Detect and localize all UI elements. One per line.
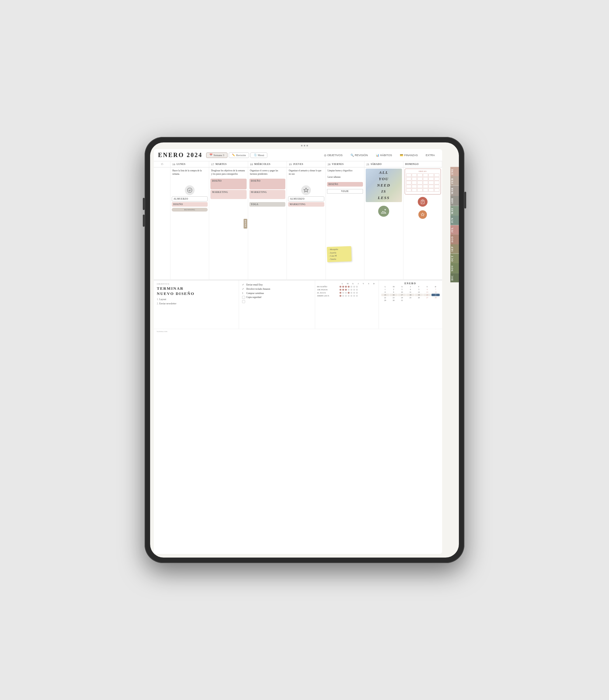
tab-jun[interactable]: JUN [450,216,459,225]
cell [423,181,428,184]
viernes-note: Limpiar horno y frigoríficoLavar sábanas [327,168,363,180]
day-header-viernes: 20 VIERNES [326,161,365,167]
day-col-viernes[interactable]: Limpiar horno y frigoríficoLavar sábanas… [326,167,365,280]
miercoles-note: Organizar el correo y pagar las facturas… [249,168,285,176]
planner-footer: byinma.com [154,329,442,334]
dot [353,286,355,288]
mini-cell-8: 8 [381,291,389,293]
dot [348,292,350,294]
planner-header: ENERO 2024 📅 Semana 3 ✏️ Revisión 🗒️ Men… [154,149,442,161]
mini-cell-21: 21 [432,294,440,296]
domingo-sticker-2 [418,210,427,219]
day-header-lunes: 16 LUNES [171,161,209,167]
jueves-note: Organizar el armario y donar lo que no u… [288,168,324,176]
cell [429,185,434,188]
svg-point-0 [188,188,192,193]
mini-cell-7: 7 [432,288,440,291]
martes-note: Desglosar los objetivos de la semana y l… [210,168,246,176]
nav-finanzas[interactable]: 💳 FINANZAS [397,153,421,158]
objetivo-list: Layout Enviar newsletter [157,297,236,306]
lunes-note: Hacer la lista de la compra de la semana… [172,168,208,176]
viernes-sticky: - Mezquita - Joyería - Casa M - Tetería [327,246,352,262]
day-col-martes[interactable]: Desglosar los objetivos de la semana y l… [209,167,248,280]
planner-main: ENERO 2024 📅 Semana 3 ✏️ Revisión 🗒️ Men… [154,149,442,554]
mini-cell-25: 25 [406,297,414,299]
miercoles-yoga: YOGA [249,202,285,207]
nav-revision[interactable]: 🔍 REVISIÓN [347,153,371,158]
objetivo-title: TERMINARNUEVO DISEÑO [157,286,236,297]
tab-ago[interactable]: AGO [450,234,459,245]
cell [434,185,439,188]
day-col-sabado[interactable]: ALLYOUNEEDISLESS [365,167,403,280]
ideas-box: IDEAS [405,168,441,195]
dot [350,289,352,291]
finanzas-icon: 💳 [400,154,403,157]
dot [350,286,352,288]
viernes-viaje: VIAJE [327,189,363,194]
task-item-3: 1 Comprar cartulinas [242,291,312,295]
tab-dic[interactable]: DIC [450,273,459,283]
mini-cell-30: 30 [389,299,398,302]
habit-lectura-label: 30MIN LECT. [317,294,338,297]
check-box-4[interactable] [242,296,245,299]
time-column [154,167,171,280]
volume-up-button[interactable] [143,198,145,210]
cell [434,189,439,192]
nav-habitos[interactable]: 📊 HÁBITOS [373,153,395,158]
tab-semana3[interactable]: 📅 Semana 3 [206,152,227,158]
habit-lectura: 30MIN LECT. [317,294,377,297]
month-tabs-container: ENE FEB MAR ABR MAY JUN JUL AGO SEP OCT … [450,167,459,283]
jueves-sticker [301,185,311,195]
check-box-5[interactable] [242,300,245,303]
mini-cell-16: 16 [389,294,398,296]
tab-menu[interactable]: 🗒️ Menú [250,152,267,158]
day-col-domingo[interactable]: IDEAS [403,167,442,280]
mini-cell-13: 13 [423,291,432,293]
tab-jul[interactable]: JUL [450,225,459,234]
week-number: 15 [154,161,171,167]
martes-done: DONE [244,219,247,229]
lunes-almuerzo: ALMUERZO [172,196,208,201]
habits-panel: L M X J V S D 8H SUEÑO [315,280,379,329]
tab-sep[interactable]: SEP [450,245,459,253]
cell [434,177,439,180]
tasks-panel: ✓ Enviar email Etsy ✓ Devolver teclado A… [239,280,315,329]
tab-feb[interactable]: FEB [450,176,459,186]
cell [434,174,439,177]
cell [429,177,434,180]
header-nav: ◎ OBJETIVOS 🔍 REVISIÓN 📊 HÁBITOS 💳 FINAN… [321,153,438,158]
day-header-miercoles: 18 MIÉRCOLES [248,161,287,167]
day-col-miercoles[interactable]: Organizar el correo y pagar las facturas… [248,167,287,280]
tablet: ENE FEB MAR ABR MAY JUN JUL AGO SEP OCT … [145,137,464,563]
svg-point-1 [385,209,386,210]
obj-item-1: Layout [157,297,236,302]
month-title: ENERO 2024 [158,151,203,159]
dot [356,289,358,291]
tab-abr[interactable]: ABR [450,196,459,206]
nav-extra[interactable]: EXTRA [423,153,438,158]
tab-nov[interactable]: NOV [450,263,459,273]
mini-cell-19: 19 [415,294,423,296]
tab-mar[interactable]: MAR [450,186,459,196]
tab-ene[interactable]: ENE [450,167,459,176]
dot [348,295,350,297]
power-button[interactable] [464,192,466,209]
day-col-lunes[interactable]: Hacer la lista de la compra de la semana… [171,167,209,280]
dot [342,286,344,288]
tab-may[interactable]: MAY [450,206,459,216]
day-col-jueves[interactable]: Organizar el armario y donar lo que no u… [287,167,326,280]
pen-icon: ✏️ [232,154,235,157]
day-header-sabado: 21 SÁBADO [365,161,403,167]
cell [406,189,411,192]
tab-oct[interactable]: OCT [450,253,459,263]
day-headers: 15 16 LUNES 17 MARTES 18 MIÉRCOLES 19 JU… [154,161,442,167]
objetivos-icon: ◎ [324,154,327,157]
volume-down-button[interactable] [143,215,145,227]
task-item-5 [242,300,312,304]
nav-objetivos[interactable]: ◎ OBJETIVOS [321,153,346,158]
dot [353,292,355,294]
cell [406,174,411,177]
jueves-marketing: MARKETING [288,202,324,207]
tab-revision[interactable]: ✏️ Revisión [229,152,249,158]
dot [340,292,341,294]
